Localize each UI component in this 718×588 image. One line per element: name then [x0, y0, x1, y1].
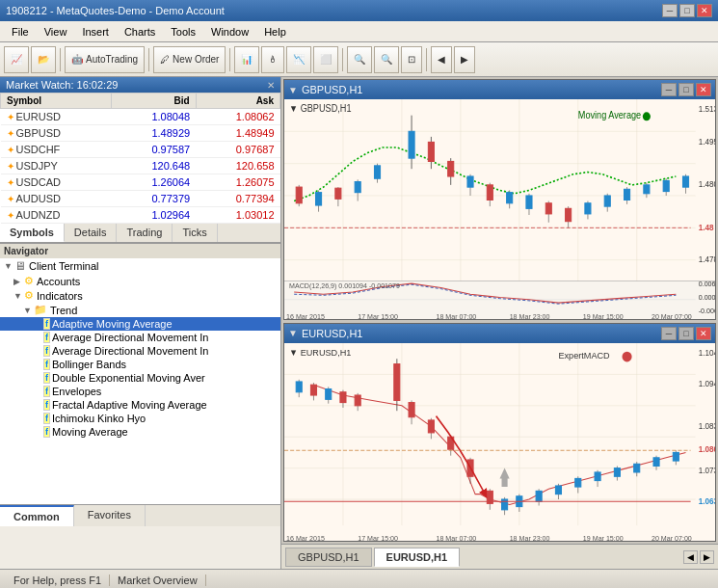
svg-rect-121 — [555, 486, 561, 494]
chart-tab-eurusd[interactable]: EURUSD,H1 — [374, 548, 461, 567]
open-button[interactable]: 📂 — [31, 46, 56, 73]
tree-moving-average[interactable]: f Moving Average — [0, 425, 280, 439]
indicator-func-icon-9: f — [43, 426, 50, 438]
tree-admi-1[interactable]: f Average Directional Movement In — [0, 331, 280, 344]
toolbar: 📈 📂 🤖 AutoTrading 🖊 New Order 📊 🕯 📉 ⬜ 🔍 … — [0, 42, 718, 77]
title-bar: 1908212 - MetaQuotes-Demo - Demo Account… — [0, 0, 718, 21]
zoom-in-button[interactable]: 🔍 — [347, 46, 372, 73]
eur-chart-close[interactable]: ✕ — [696, 327, 711, 340]
menu-view[interactable]: View — [37, 24, 75, 40]
tab-symbols[interactable]: Symbols — [0, 224, 65, 242]
indicators-icon: ⚙ — [24, 289, 34, 302]
tree-bollinger[interactable]: f Bollinger Bands — [0, 358, 280, 371]
tree-label: Ichimoku Kinko Hyo — [52, 413, 146, 424]
title-buttons[interactable]: ─ □ ✕ — [662, 4, 712, 17]
left-panel: Market Watch: 16:02:29 ✕ Symbol Bid Ask … — [0, 77, 281, 569]
market-watch-close[interactable]: ✕ — [267, 80, 275, 91]
tree-accounts[interactable]: ▶ ⚙ Accounts — [0, 274, 280, 288]
menu-help[interactable]: Help — [256, 24, 294, 40]
status-bar: For Help, press F1 Market Overview — [0, 569, 718, 588]
svg-rect-119 — [536, 491, 542, 501]
toolbar-separator-3 — [229, 48, 230, 71]
tree-label: Adaptive Moving Average — [52, 318, 173, 330]
menu-file[interactable]: File — [4, 24, 37, 40]
menu-insert[interactable]: Insert — [74, 24, 117, 40]
svg-text:Moving Average: Moving Average — [578, 110, 641, 120]
col-ask: Ask — [196, 94, 279, 109]
gbp-chart-body: 1.51380 1.49590 1.48029 1.48 1.47800 — [284, 99, 715, 319]
chart-line-button[interactable]: 📉 — [286, 46, 311, 73]
zoom-fit-button[interactable]: ⊡ — [401, 46, 422, 73]
terminal-icon: 🖥 — [14, 259, 26, 273]
market-row-audnzd[interactable]: ✦AUDNZD 1.02964 1.03012 — [1, 207, 280, 224]
open-icon: 📂 — [38, 54, 49, 65]
chart-bar-button[interactable]: 📊 — [234, 46, 259, 73]
svg-rect-21 — [296, 187, 302, 203]
chart-type-button[interactable]: ⬜ — [313, 46, 338, 73]
eur-chart-minimize[interactable]: ─ — [661, 327, 677, 340]
tree-trend[interactable]: ▼ 📁 Trend — [0, 303, 280, 317]
market-row-audusd[interactable]: ✦AUDUSD 0.77379 0.77394 — [1, 191, 280, 207]
tree-adaptive-ma[interactable]: f Adaptive Moving Average — [0, 317, 280, 331]
market-row-usdcad[interactable]: ✦USDCAD 1.26064 1.26075 — [1, 174, 280, 191]
expand-icon: ▼ — [23, 306, 33, 315]
market-row-gbpusd[interactable]: ✦GBPUSD 1.48929 1.48949 — [1, 125, 280, 142]
nav-left-button[interactable]: ◀ — [431, 46, 452, 73]
gbp-chart-window[interactable]: ▼ GBPUSD,H1 ─ □ ✕ — [283, 79, 716, 320]
eur-chart-window[interactable]: ▼ EURUSD,H1 ─ □ ✕ — [283, 323, 716, 542]
svg-rect-45 — [545, 203, 551, 214]
market-row-usdchf[interactable]: ✦USDCHF 0.97587 0.97687 — [1, 142, 280, 158]
svg-rect-37 — [467, 176, 473, 187]
minimize-button[interactable]: ─ — [662, 4, 678, 17]
svg-rect-129 — [634, 464, 640, 472]
menu-window[interactable]: Window — [203, 24, 256, 40]
nav-right-button[interactable]: ▶ — [454, 46, 475, 73]
eur-chart-maximize[interactable]: □ — [678, 327, 694, 340]
tab-scroll-right[interactable]: ▶ — [700, 550, 714, 564]
gbp-chart-minimize[interactable]: ─ — [661, 83, 677, 96]
tree-fama[interactable]: f Fractal Adaptive Moving Average — [0, 398, 280, 412]
tab-trading[interactable]: Trading — [117, 224, 173, 242]
nav-tab-common[interactable]: Common — [0, 505, 74, 526]
market-row-eurusd[interactable]: ✦EURUSD 1.08048 1.08062 — [1, 109, 280, 125]
svg-text:1.49590: 1.49590 — [699, 136, 715, 146]
tree-ichimoku[interactable]: f Ichimoku Kinko Hyo — [0, 412, 280, 425]
menu-tools[interactable]: Tools — [163, 24, 203, 40]
tree-admi-2[interactable]: f Average Directional Movement In — [0, 344, 280, 358]
tab-scroll-left[interactable]: ◀ — [683, 550, 698, 564]
maximize-button[interactable]: □ — [679, 4, 695, 17]
gbp-chart-close[interactable]: ✕ — [696, 83, 711, 96]
tab-details[interactable]: Details — [65, 224, 118, 242]
indicator-func-icon-8: f — [43, 413, 50, 424]
gbp-chart-controls[interactable]: ─ □ ✕ — [661, 83, 711, 96]
tree-indicators[interactable]: ▼ ⚙ Indicators — [0, 288, 280, 303]
expand-icon: ▼ — [4, 261, 13, 271]
svg-text:0.000000: 0.000000 — [699, 292, 715, 301]
gbp-chart-maximize[interactable]: □ — [678, 83, 694, 96]
svg-text:20 Mar 07:00: 20 Mar 07:00 — [652, 311, 692, 318]
eur-chart-controls[interactable]: ─ □ ✕ — [661, 327, 711, 340]
svg-rect-35 — [448, 161, 454, 176]
zoom-out-button[interactable]: 🔍 — [374, 46, 399, 73]
chart-tab-gbpusd[interactable]: GBPUSD,H1 — [285, 548, 372, 567]
menu-charts[interactable]: Charts — [117, 24, 163, 40]
svg-text:18 Mar 07:00: 18 Mar 07:00 — [436, 534, 476, 541]
tree-client-terminal[interactable]: ▼ 🖥 Client Terminal — [0, 258, 280, 274]
new-order-button[interactable]: 🖊 New Order — [153, 46, 226, 73]
chart-candle-button[interactable]: 🕯 — [261, 46, 284, 73]
nav-tab-favorites[interactable]: Favorites — [74, 505, 146, 526]
market-row-usdjpy[interactable]: ✦USDJPY 120.648 120.658 — [1, 158, 280, 174]
tab-ticks[interactable]: Ticks — [173, 224, 217, 242]
svg-rect-95 — [310, 385, 316, 395]
svg-rect-127 — [614, 468, 620, 476]
tree-envelopes[interactable]: f Envelopes — [0, 385, 280, 398]
autotrading-button[interactable]: 🤖 AutoTrading — [65, 46, 145, 73]
eur-chart-title: EURUSD,H1 — [302, 328, 363, 339]
new-chart-button[interactable]: 📈 — [4, 46, 29, 73]
close-button[interactable]: ✕ — [697, 4, 712, 17]
toolbar-separator-5 — [426, 48, 427, 71]
svg-rect-107 — [428, 420, 434, 433]
tree-dema[interactable]: f Double Exponential Moving Aver — [0, 371, 280, 385]
navigator-label: Navigator — [4, 246, 48, 256]
svg-point-137 — [622, 351, 631, 361]
